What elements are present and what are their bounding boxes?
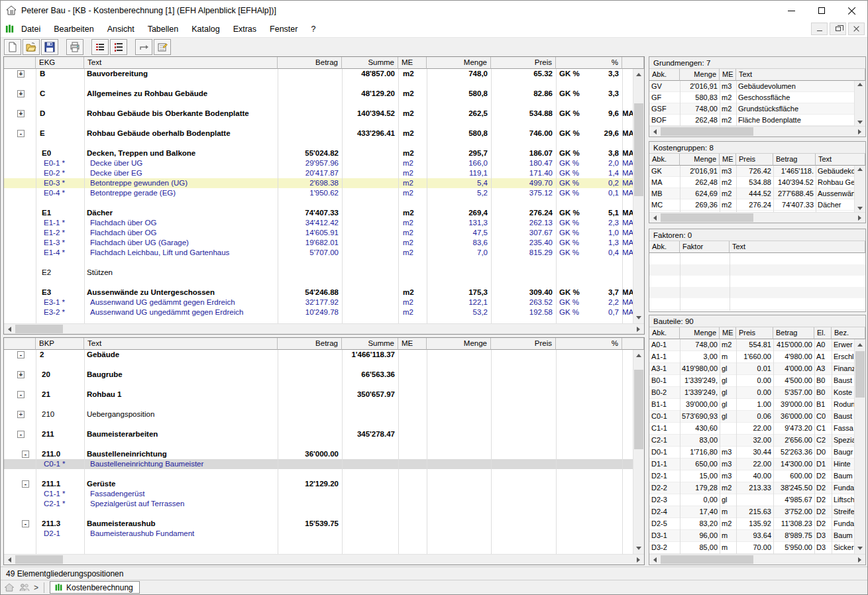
scroll-thumb[interactable]: [634, 370, 643, 449]
bkp-vertical-scrollbar[interactable]: [633, 350, 644, 554]
header-pct[interactable]: %: [556, 57, 622, 69]
row-expander[interactable]: +: [4, 89, 36, 99]
scroll-down-button[interactable]: [633, 543, 644, 554]
menu-item-ansicht[interactable]: Ansicht: [101, 25, 141, 34]
scroll-left-button[interactable]: [649, 213, 660, 223]
scroll-right-button[interactable]: [855, 127, 865, 137]
table-row[interactable]: E3-2 * Aussenwand UG ungedämmt gegen Erd…: [4, 307, 633, 317]
minimize-button[interactable]: [776, 1, 806, 21]
list-item[interactable]: GV 2'016,91 m3 Gebäudevolumen: [649, 81, 854, 92]
new-document-button[interactable]: [4, 39, 21, 55]
row-expander[interactable]: [4, 248, 36, 258]
table-row[interactable]: E1-4 * Flachdach Leichbau, Lift und Gart…: [4, 248, 633, 258]
scroll-thumb[interactable]: [634, 103, 643, 196]
header-extra[interactable]: [622, 57, 644, 69]
list-item[interactable]: D2-2 179,28 m2 213.33 38'245.50 D2 Funda: [649, 482, 854, 494]
header-abk[interactable]: Abk.: [649, 154, 680, 166]
table-row[interactable]: C2-1 * Spezialgerüst auf Terrassen: [4, 499, 633, 509]
print-button[interactable]: [66, 39, 83, 55]
expander-icon[interactable]: -: [22, 480, 29, 488]
row-expander[interactable]: [4, 288, 36, 298]
expander-icon[interactable]: +: [17, 110, 25, 117]
scroll-up-button[interactable]: [855, 164, 865, 174]
save-button[interactable]: [41, 39, 58, 55]
mdi-restore-button[interactable]: [830, 23, 846, 35]
scroll-thumb[interactable]: [15, 555, 63, 564]
list-item[interactable]: B0-2 1'339'249, gl 0.00 5'357.00 B0 Kost…: [649, 387, 854, 399]
scroll-thumb[interactable]: [855, 351, 865, 398]
list-item[interactable]: C0-1 573'690,93 gl 0.06 36'000.00 C0 Bau…: [649, 411, 854, 423]
header-pct[interactable]: %: [556, 338, 622, 350]
table-row[interactable]: C1-1 * Fassadengerüst: [4, 489, 633, 499]
row-expander[interactable]: [4, 268, 36, 278]
row-expander[interactable]: [4, 218, 36, 228]
table-row[interactable]: E3 Aussenwände zu Untergeschossen 54'246…: [4, 288, 633, 298]
list-item[interactable]: D2-5 83,20 m2 135.92 11'308.23 D2 Funda: [649, 518, 854, 530]
table-row[interactable]: E2 Stützen: [4, 268, 633, 278]
expander-icon[interactable]: -: [17, 351, 25, 358]
header-preis[interactable]: Preis: [491, 57, 556, 69]
tab-kostenberechnung[interactable]: Kostenberechnung: [50, 581, 140, 594]
row-expander[interactable]: -: [4, 519, 36, 529]
header-text[interactable]: Text: [84, 57, 278, 69]
header-ekg[interactable]: EKG: [36, 57, 84, 69]
scroll-thumb[interactable]: [661, 127, 753, 136]
row-expander[interactable]: -: [4, 350, 36, 360]
scroll-up-button[interactable]: [633, 69, 644, 80]
header-betrag[interactable]: Betrag: [773, 154, 816, 166]
header-abk[interactable]: Abk.: [649, 241, 680, 253]
header-menge[interactable]: Menge: [680, 154, 720, 166]
scroll-left-button[interactable]: [649, 127, 660, 137]
bauteile-horizontal-scrollbar[interactable]: [649, 554, 865, 565]
row-expander[interactable]: [4, 489, 36, 499]
header-menge[interactable]: Menge: [427, 338, 491, 350]
menu-item-help[interactable]: ?: [304, 25, 322, 34]
header-preis[interactable]: Preis: [491, 338, 556, 350]
table-row[interactable]: D2-1 Baumeisteraushub Fundament: [4, 529, 633, 539]
kostengruppen-horizontal-scrollbar[interactable]: [649, 212, 865, 223]
open-button[interactable]: [23, 39, 40, 55]
expander-icon[interactable]: -: [17, 391, 25, 398]
table-row[interactable]: E0-4 * Betontreppe gerade (EG) 1'950.62 …: [4, 188, 633, 198]
row-expander[interactable]: [4, 499, 36, 509]
list-item[interactable]: B1-1 39'000,00 gl 1.00 39'000.00 B1 Rodu…: [649, 399, 854, 411]
ekg-vertical-scrollbar[interactable]: [633, 69, 644, 323]
home-icon[interactable]: [4, 582, 15, 592]
header-text[interactable]: Text: [736, 69, 865, 81]
bkp-horizontal-scrollbar[interactable]: [4, 554, 644, 565]
table-row[interactable]: - 211.1 Gerüste 12'129.20: [4, 479, 633, 489]
maximize-button[interactable]: [806, 1, 837, 21]
row-expander[interactable]: [4, 148, 36, 158]
table-row[interactable]: E0-1 * Decke über UG 29'957.96 m2 166,0 …: [4, 158, 633, 168]
list-item[interactable]: C1-1 430,60 22.00 9'473.20 C1 Fassa: [649, 423, 854, 435]
mdi-minimize-button[interactable]: [811, 23, 828, 35]
scroll-up-button[interactable]: [855, 339, 865, 350]
list-item[interactable]: C2-1 83,00 32.00 2'656.00 C2 Spezia: [649, 435, 854, 447]
scroll-left-button[interactable]: [4, 555, 15, 565]
list-item[interactable]: B0-1 1'339'249, gl 0.00 4'500.00 B0 Baus…: [649, 375, 854, 387]
edit-form-button[interactable]: [154, 39, 171, 55]
tab-scroll-arrow[interactable]: >: [34, 583, 38, 592]
scroll-left-button[interactable]: [4, 324, 15, 335]
row-expander[interactable]: [4, 168, 36, 178]
expander-icon[interactable]: +: [17, 371, 25, 378]
scroll-right-button[interactable]: [633, 324, 644, 335]
expander-icon[interactable]: +: [17, 411, 25, 418]
header-bez[interactable]: Bez.: [832, 327, 865, 339]
row-expander[interactable]: [4, 208, 36, 218]
scroll-thumb[interactable]: [661, 213, 753, 222]
row-expander[interactable]: [4, 459, 36, 469]
table-row[interactable]: + 210 Uebergangsposition: [4, 409, 633, 419]
header-me[interactable]: ME: [720, 69, 736, 81]
row-expander[interactable]: +: [4, 69, 36, 79]
table-row[interactable]: - 2 Gebäude 1'466'118.37: [4, 350, 633, 360]
table-row[interactable]: E1-2 * Flachdach über OG 14'605.91 m2 47…: [4, 228, 633, 238]
menu-item-datei[interactable]: Datei: [15, 25, 47, 34]
row-expander[interactable]: [4, 228, 36, 238]
row-expander[interactable]: [4, 238, 36, 248]
header-expander[interactable]: [4, 57, 36, 69]
menu-item-extras[interactable]: Extras: [227, 25, 263, 34]
menu-item-bearbeiten[interactable]: Bearbeiten: [47, 25, 100, 34]
expander-icon[interactable]: -: [22, 451, 29, 458]
table-row[interactable]: - 211 Baumeisterarbeiten 345'278.47: [4, 429, 633, 439]
